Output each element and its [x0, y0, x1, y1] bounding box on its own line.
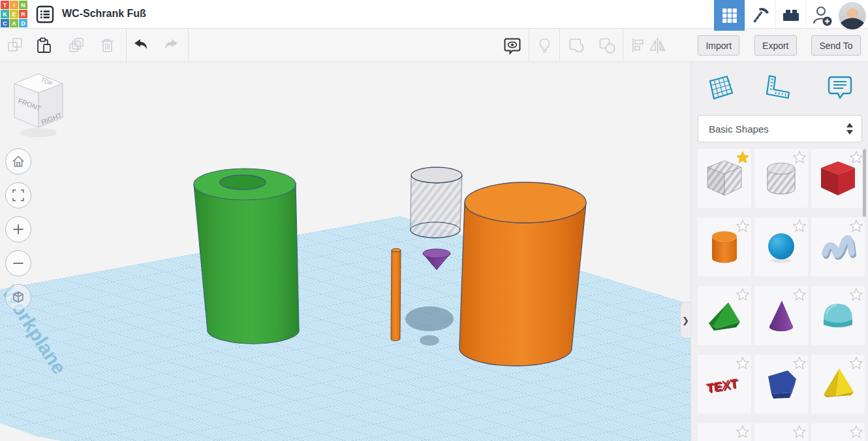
hole-cylinder-object[interactable]: [411, 167, 462, 238]
add-ruler-button[interactable]: [762, 73, 792, 103]
favorite-star-outline[interactable]: [849, 150, 863, 165]
zoom-in-button[interactable]: [5, 216, 31, 242]
minus-icon: [11, 256, 25, 270]
favorite-star-outline[interactable]: [849, 219, 863, 233]
home-view-button[interactable]: [5, 148, 31, 174]
shape-tile-polyhedron[interactable]: [754, 423, 808, 441]
shape-tile-box[interactable]: [811, 149, 865, 208]
green-cylinder-object[interactable]: [194, 169, 299, 344]
favorite-star-outline[interactable]: [792, 287, 807, 302]
minecraft-export-button[interactable]: [745, 0, 775, 31]
ruler-icon: [762, 73, 792, 103]
user-avatar: [839, 2, 866, 29]
duplicate-button[interactable]: [68, 37, 85, 54]
shape-tile-pyramid[interactable]: [811, 355, 865, 414]
undo-button[interactable]: [132, 37, 149, 54]
show-all-button[interactable]: [503, 37, 521, 54]
paste-button[interactable]: [35, 37, 53, 54]
add-workplane-button[interactable]: [705, 73, 736, 103]
favorite-star-outline[interactable]: [736, 219, 750, 233]
person-add-icon: [811, 5, 833, 27]
favorite-star-filled[interactable]: [736, 150, 750, 165]
duplicate-icon: [68, 37, 85, 54]
viewport-3d[interactable]: Workplane: [0, 62, 690, 441]
home-icon: [11, 154, 25, 169]
pickaxe-icon: [751, 6, 770, 25]
import-button[interactable]: Import: [698, 35, 739, 56]
zoom-out-button[interactable]: [5, 250, 31, 276]
perspective-toggle-button[interactable]: [5, 284, 31, 310]
ungroup-button[interactable]: [598, 37, 615, 54]
logo-tile: E: [10, 10, 18, 18]
favorite-star-outline[interactable]: [792, 356, 807, 370]
align-icon: [628, 37, 646, 54]
group-button[interactable]: [568, 37, 585, 54]
shape-tile-polygon[interactable]: [754, 355, 808, 414]
export-button[interactable]: Export: [754, 35, 796, 56]
align-button[interactable]: [628, 37, 646, 54]
shape-tile-round-roof[interactable]: [811, 286, 865, 345]
design-properties-button[interactable]: [36, 5, 54, 24]
view-cube[interactable]: TOP FRONT RIGHT: [12, 71, 68, 140]
fit-view-button[interactable]: [5, 182, 31, 208]
green-cylinder-hole: [220, 175, 266, 189]
favorite-star-outline[interactable]: [849, 425, 863, 439]
tinker-bulb-button[interactable]: [536, 37, 553, 54]
redo-icon: [163, 37, 180, 54]
favorite-star-outline[interactable]: [736, 356, 750, 370]
shape-tile-cylinder[interactable]: [698, 218, 751, 276]
favorite-star-outline[interactable]: [736, 425, 750, 439]
ungroup-icon: [598, 37, 617, 54]
favorite-star-outline[interactable]: [849, 287, 863, 302]
panel-collapse-tab[interactable]: ❯: [680, 302, 690, 338]
account-menu[interactable]: [837, 0, 868, 31]
panel-scrollbar[interactable]: [863, 149, 866, 217]
dashboard-grid-button[interactable]: [714, 0, 745, 31]
shape-tile-text[interactable]: TEXT TEXT: [698, 355, 751, 414]
chevron-right-icon: ❯: [682, 316, 689, 325]
sort-arrows-icon: [846, 122, 854, 135]
shape-tile-cylinder-hole[interactable]: [754, 149, 808, 208]
edit-toolbar: Import Export Send To: [0, 29, 868, 62]
undo-icon: [132, 37, 149, 54]
favorite-star-outline[interactable]: [792, 425, 807, 439]
favorite-star-outline[interactable]: [736, 287, 750, 302]
logo-tile: C: [1, 19, 9, 27]
shape-tile-roof[interactable]: [698, 286, 751, 345]
copy-button[interactable]: [7, 37, 24, 54]
shape-tile-paraboloid[interactable]: [811, 423, 865, 441]
brick-export-button[interactable]: [775, 0, 806, 31]
invite-collaborator-button[interactable]: [806, 0, 837, 31]
shape-tile-torus[interactable]: [698, 423, 751, 441]
logo-tile: R: [19, 10, 27, 18]
text-shape-label: TEXT: [705, 376, 738, 395]
redo-button[interactable]: [163, 37, 180, 54]
tinkercad-logo[interactable]: T I N K E R C A D: [1, 1, 28, 28]
logo-tile: D: [19, 19, 27, 27]
lego-brick-icon: [781, 6, 801, 25]
mirror-icon: [648, 37, 667, 54]
logo-tile: K: [1, 10, 9, 18]
orange-cylinder-object[interactable]: [459, 182, 586, 366]
add-notes-button[interactable]: [825, 73, 855, 103]
favorite-star-outline[interactable]: [849, 356, 863, 370]
mirror-button[interactable]: [648, 37, 666, 54]
shape-tile-box-hole[interactable]: [698, 149, 751, 208]
shape-tile-scribble[interactable]: [811, 218, 865, 276]
shape-category-dropdown[interactable]: Basic Shapes: [698, 115, 862, 142]
group-icon: [568, 37, 585, 54]
toolbar-separator: [529, 29, 529, 62]
workplane[interactable]: [0, 216, 690, 441]
list-icon: [36, 5, 54, 24]
shape-tile-cone[interactable]: [754, 286, 808, 345]
shapes-panel: Basic Shapes: [690, 62, 868, 441]
delete-button[interactable]: [99, 37, 116, 54]
grid-icon: [721, 7, 738, 24]
toolbar-separator: [126, 29, 127, 62]
favorite-star-outline[interactable]: [792, 219, 807, 233]
trash-icon: [99, 37, 116, 54]
favorite-star-outline[interactable]: [792, 150, 807, 165]
shape-tile-sphere[interactable]: [754, 218, 808, 276]
orange-rod-object[interactable]: [391, 248, 401, 340]
send-to-button[interactable]: Send To: [811, 35, 860, 56]
